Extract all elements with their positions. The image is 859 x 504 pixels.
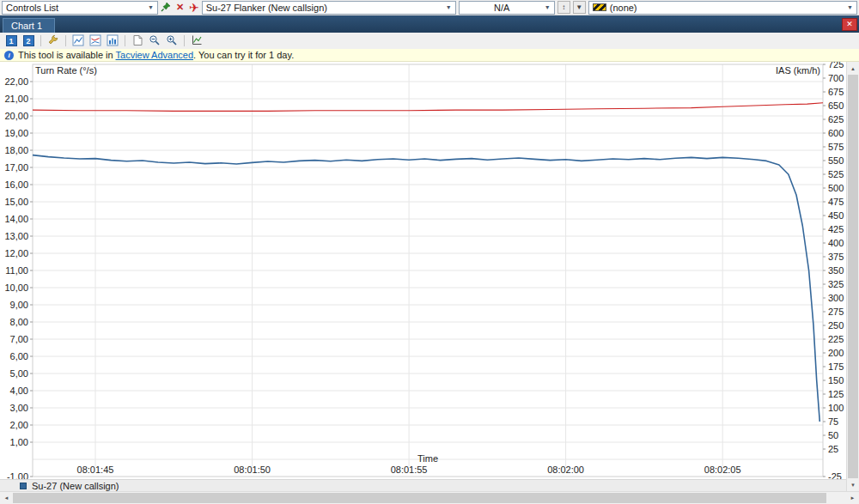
right-tick-label: 500 [828,183,844,193]
legend-label: Su-27 (New callsign) [32,481,119,491]
right-tick-label: 375 [828,252,844,262]
right-tick-label: 475 [828,197,844,207]
x-tick-label: 08:01:45 [77,465,114,475]
left-tick-label: 16,00 [4,179,28,190]
left-tick-label: 2,00 [10,420,28,430]
scroll-left-icon[interactable]: ◄ [0,492,13,504]
export-chart-button[interactable] [130,33,145,48]
swap-objects-button[interactable]: ↕ [557,1,570,14]
right-tick-label: 200 [828,348,844,358]
tacview-advanced-link[interactable]: Tacview Advanced [116,50,194,60]
info-icon: i [4,51,14,60]
chart-area[interactable]: 22,0021,0020,0019,0018,0017,0016,0015,00… [0,62,846,479]
scroll-down-icon[interactable]: ▼ [847,478,859,491]
close-chart-button[interactable]: ✕ [842,18,857,31]
chart-layout-c-button[interactable] [105,33,120,48]
right-tick-label: 650 [828,100,844,111]
right-tick-label: 250 [828,320,844,331]
zoom-out-button[interactable] [147,33,162,48]
magnifier-minus-icon [149,34,161,48]
legend-bar: Su-27 (New callsign) [0,479,846,491]
x-axis-title: Time [417,453,438,464]
preset-2-icon: 2 [23,35,34,46]
bar-chart-icon [107,34,119,48]
chart-layout-a-button[interactable] [70,33,86,48]
preset-1-icon: 1 [6,35,17,46]
left-tick-label: 12,00 [4,248,28,258]
right-tick-label: 725 [828,62,844,70]
left-tick-label: 4,00 [10,386,28,396]
scroll-up-icon[interactable]: ▲ [847,62,859,75]
preset-1-button[interactable]: 1 [3,33,19,48]
close-panel-icon[interactable]: ✕ [174,2,186,13]
right-tick-label: 700 [828,73,844,83]
left-axis-title: Turn Rate (°/s) [35,65,97,76]
horizontal-scrollbar[interactable]: ◄ ► [0,491,859,504]
right-tick-label: 275 [828,307,844,317]
left-tick-label: 20,00 [4,111,28,121]
toolbar-separator [65,35,66,46]
right-tick-label: 525 [828,169,844,179]
left-tick-label: 22,00 [4,76,28,87]
right-tick-label: 400 [828,238,844,248]
document-icon [131,34,143,48]
zoom-in-button[interactable] [164,33,180,48]
left-tick-label: 18,00 [4,145,28,155]
x-tick-label: 08:02:00 [547,465,584,475]
axes-chart-icon [191,34,203,48]
tab-chart-1-label: Chart 1 [11,21,42,31]
right-tick-label: 325 [828,279,844,289]
x-tick-label: 08:01:50 [234,465,271,475]
left-tick-label: 9,00 [10,300,28,310]
legend-swatch [20,483,27,489]
right-tick-label: 550 [828,155,844,166]
x-tick-label: 08:01:55 [391,465,428,475]
x-tick-label: 08:02:05 [704,465,741,475]
aircraft-combo-value: Su-27 Flanker (New callsign) [206,3,327,13]
left-tick-label: 14,00 [4,214,28,224]
preset-2-button[interactable]: 2 [21,33,36,48]
left-tick-label: -1,00 [7,471,28,479]
controls-list-combo[interactable]: Controls List ▼ [2,1,158,15]
vertical-scrollbar[interactable]: ▲ ▼ [846,62,859,491]
right-tick-label: 150 [828,375,844,386]
left-tick-label: 8,00 [10,317,28,327]
horizontal-scroll-thumb[interactable] [13,493,826,503]
right-tick-label: 75 [828,416,838,427]
top-toolbar: Controls List ▼ ✕ ✈ Su-27 Flanker (New c… [0,0,859,15]
telemetry-source-combo[interactable]: (none) ▼ [588,1,857,15]
right-tick-label: 25 [828,444,838,454]
right-tick-label: -25 [828,471,842,479]
series-ias [33,103,823,112]
chevron-down-icon: ▼ [148,4,154,10]
right-tick-label: 50 [828,430,838,440]
secondary-object-combo[interactable]: N/A ▼ [459,1,555,15]
vertical-scroll-thumb[interactable] [848,75,858,478]
aircraft-icon: ✈ [189,2,199,14]
wrench-icon [47,34,59,48]
trial-info-bar: i This tool is available in Tacview Adva… [0,49,859,62]
left-tick-label: 17,00 [4,162,28,173]
reset-view-button[interactable] [189,33,204,48]
aircraft-combo[interactable]: Su-27 Flanker (New callsign) ▼ [202,1,456,15]
chevron-down-icon: ▼ [545,4,551,10]
right-tick-label: 350 [828,265,844,276]
left-tick-label: 10,00 [4,282,28,293]
object-options-dropdown[interactable]: ▼ [573,1,586,14]
series-turn-rate [33,155,819,422]
tab-chart-1[interactable]: Chart 1 [3,18,55,33]
chart-svg[interactable]: 22,0021,0020,0019,0018,0017,0016,0015,00… [0,62,846,479]
right-tick-label: 175 [828,361,844,372]
telemetry-source-value: (none) [610,3,637,13]
chevron-down-icon: ▼ [847,4,853,10]
chart-settings-button[interactable] [46,33,61,48]
line-chart-icon [72,34,84,48]
right-tick-label: 100 [828,403,844,413]
chart-layout-b-button[interactable] [88,33,103,48]
right-tick-label: 450 [828,210,844,221]
right-tick-label: 675 [828,87,844,97]
pin-icon[interactable] [161,2,171,14]
trial-info-prefix: This tool is available in [18,50,116,60]
scroll-right-icon[interactable]: ► [846,492,859,504]
left-tick-label: 11,00 [5,265,28,276]
